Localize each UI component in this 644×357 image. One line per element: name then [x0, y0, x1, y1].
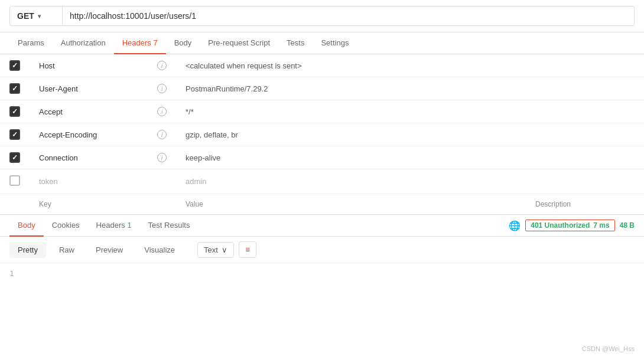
header-value-token: admin — [176, 169, 526, 194]
header-desc-token — [526, 169, 644, 194]
tab-params[interactable]: Params — [9, 32, 53, 54]
table-row: Connection i keep-alive — [0, 146, 644, 169]
header-value-accept-encoding: gzip, deflate, br — [176, 123, 526, 146]
method-selector[interactable]: GET ▾ — [9, 6, 63, 26]
header-value-host: <calculated when request is sent> — [176, 54, 526, 77]
header-desc-host — [526, 54, 644, 77]
col-header-value: Value — [176, 194, 526, 215]
response-tab-testresults[interactable]: Test Results — [140, 215, 199, 237]
tab-authorization[interactable]: Authorization — [53, 32, 114, 54]
format-select-chevron: ∨ — [222, 245, 227, 254]
headers-table-footer-row: Key Value Description — [0, 194, 644, 215]
format-bar: Pretty Raw Preview Visualize Text ∨ ≡ — [0, 237, 644, 263]
format-tab-pretty[interactable]: Pretty — [9, 242, 46, 258]
header-desc-connection — [526, 146, 644, 169]
header-desc-accept — [526, 100, 644, 123]
header-key-connection: Connection — [30, 146, 148, 169]
url-bar: GET ▾ — [0, 0, 644, 32]
info-icon-accept[interactable]: i — [157, 107, 167, 116]
format-select[interactable]: Text ∨ — [197, 242, 234, 258]
tab-headers[interactable]: Headers 7 — [114, 32, 166, 54]
response-tab-headers[interactable]: Headers 1 — [88, 215, 140, 237]
info-icon-useragent[interactable]: i — [157, 84, 167, 93]
status-time: 7 ms — [593, 221, 609, 230]
table-row: User-Agent i PostmanRuntime/7.29.2 — [0, 77, 644, 100]
method-chevron: ▾ — [38, 13, 41, 19]
filter-icon-button[interactable]: ≡ — [239, 241, 256, 258]
line-number-1: 1 — [9, 269, 14, 278]
tab-tests[interactable]: Tests — [278, 32, 313, 54]
header-desc-accept-encoding — [526, 123, 644, 146]
headers-table: Host i <calculated when request is sent>… — [0, 54, 644, 214]
checkbox-useragent[interactable] — [9, 83, 20, 94]
format-tab-visualize[interactable]: Visualize — [136, 242, 183, 258]
format-select-value: Text — [204, 245, 218, 254]
table-row: Accept i */* — [0, 100, 644, 123]
header-value-connection: keep-alive — [176, 146, 526, 169]
checkbox-connection[interactable] — [9, 152, 20, 163]
tab-body[interactable]: Body — [166, 32, 200, 54]
method-label: GET — [17, 11, 34, 21]
filter-icon: ≡ — [245, 245, 250, 254]
tab-prerequest[interactable]: Pre-request Script — [200, 32, 278, 54]
header-desc-useragent — [526, 77, 644, 100]
info-icon-connection[interactable]: i — [157, 153, 167, 162]
header-value-useragent: PostmanRuntime/7.29.2 — [176, 77, 526, 100]
table-row: Host i <calculated when request is sent> — [0, 54, 644, 77]
header-key-accept: Accept — [30, 100, 148, 123]
header-key-host: Host — [30, 54, 148, 77]
table-row: token admin — [0, 169, 644, 194]
response-tab-body[interactable]: Body — [9, 215, 44, 237]
watermark: CSDN @Wei_Hss — [582, 345, 635, 352]
format-tab-preview[interactable]: Preview — [87, 242, 131, 258]
col-header-desc: Description — [526, 194, 644, 215]
header-key-accept-encoding: Accept-Encoding — [30, 123, 148, 146]
response-size: 48 B — [620, 221, 635, 230]
table-row: Accept-Encoding i gzip, deflate, br — [0, 123, 644, 146]
code-area: 1 — [0, 263, 644, 284]
info-icon-host[interactable]: i — [157, 61, 167, 70]
checkbox-token[interactable] — [9, 175, 20, 186]
url-input[interactable] — [63, 6, 635, 26]
header-key-useragent: User-Agent — [30, 77, 148, 100]
checkbox-accept-encoding[interactable] — [9, 129, 20, 140]
checkbox-accept[interactable] — [9, 106, 20, 117]
response-tab-cookies[interactable]: Cookies — [44, 215, 88, 237]
status-badge: 401 Unauthorized 7 ms — [525, 220, 614, 231]
checkbox-host[interactable] — [9, 60, 20, 71]
response-meta: 🌐 401 Unauthorized 7 ms 48 B — [509, 220, 635, 231]
request-tabs: Params Authorization Headers 7 Body Pre-… — [0, 32, 644, 54]
response-tabs-bar: Body Cookies Headers 1 Test Results 🌐 40… — [0, 214, 644, 237]
tab-settings[interactable]: Settings — [313, 32, 357, 54]
info-icon-accept-encoding[interactable]: i — [157, 130, 167, 139]
col-header-key: Key — [30, 194, 148, 215]
status-code: 401 Unauthorized — [531, 221, 590, 230]
globe-icon: 🌐 — [509, 220, 521, 231]
header-key-token: token — [30, 169, 148, 194]
format-tab-raw[interactable]: Raw — [51, 242, 83, 258]
header-value-accept: */* — [176, 100, 526, 123]
